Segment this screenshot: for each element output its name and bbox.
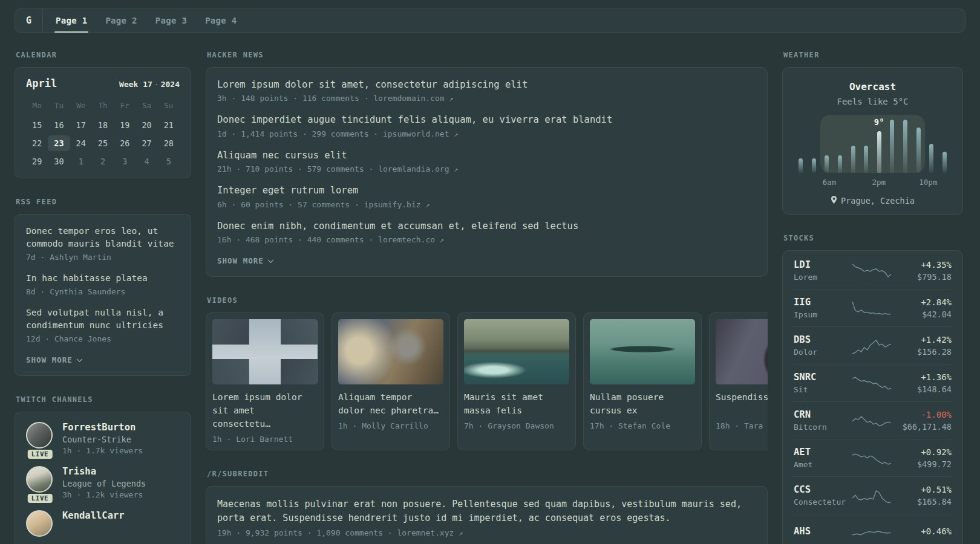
channel-game: League of Legends <box>62 479 146 488</box>
weather-widget: Overcast Feels like 5°C 9° 6am2pm10pm Pr… <box>782 67 963 215</box>
twitch-channel-row[interactable]: LIVE Trisha League of Legends 3h · 1.2k … <box>26 466 180 499</box>
rss-item-title[interactable]: Donec tempor eros leo, ut commodo mauris… <box>26 225 180 250</box>
calendar-weekday: Tu <box>48 98 70 115</box>
stock-symbol: SNRC <box>794 372 852 383</box>
stock-row[interactable]: DBSDolor +1.42%$156.28 <box>792 326 953 364</box>
video-title[interactable]: Aliquam tempor dolor nec pharetra… <box>338 391 443 418</box>
stocks-widget: LDILorem +4.35%$795.18 IIGIpsum +2.84%$4… <box>782 250 963 544</box>
calendar-day: 3 <box>114 154 136 169</box>
hn-item-title[interactable]: Aliquam nec cursus elit <box>217 149 756 162</box>
channel-name[interactable]: ForrestBurton <box>62 422 143 433</box>
app-logo[interactable]: G <box>15 9 43 32</box>
hn-item-domain-link[interactable]: loremlandia.org ↗ <box>378 164 458 173</box>
calendar-day: 1 <box>70 154 92 169</box>
channel-avatar[interactable]: LIVE <box>26 466 54 499</box>
weather-location: Prague, Czechia <box>792 196 953 206</box>
stock-row[interactable]: SNRCSit +1.36%$148.64 <box>792 364 953 401</box>
hn-item-title[interactable]: Donec enim nibh, condimentum et accumsan… <box>217 219 756 233</box>
rss-item: Donec tempor eros leo, ut commodo mauris… <box>26 225 180 262</box>
stock-sparkline <box>852 372 892 394</box>
tab-page-2[interactable]: Page 2 <box>96 9 146 32</box>
subreddit-domain-link[interactable]: loremnet.xyz ↗ <box>397 528 463 537</box>
subreddit-widget: Maecenas mollis pulvinar erat non posuer… <box>206 486 768 544</box>
video-meta: 18h · Tara <box>716 421 768 430</box>
stock-name: Ipsum <box>794 310 852 319</box>
hn-item-meta: 16h · 468 points · 440 comments · loremt… <box>217 235 756 244</box>
external-link-icon: ↗ <box>449 94 454 103</box>
rss-section: RSS FEED Donec tempor eros leo, ut commo… <box>15 198 191 376</box>
video-thumbnail[interactable] <box>716 319 768 384</box>
stock-symbol: AHS <box>794 526 852 537</box>
calendar-day: 29 <box>26 154 48 169</box>
hn-item-domain-link[interactable]: ipsumworld.net ↗ <box>383 129 459 138</box>
calendar-widget: April Week 17·2024 MoTuWeThFrSaSu1516171… <box>15 67 191 178</box>
video-card: Nullam posuere cursus ex 17h · Stefan Co… <box>583 312 702 450</box>
video-card: Lorem ipsum dolor sit amet consectetu… 1… <box>206 312 324 450</box>
channel-avatar[interactable] <box>26 510 54 537</box>
stock-change: +1.36% <box>892 372 952 382</box>
stock-row[interactable]: AHS +0.46% <box>792 514 953 544</box>
subreddit-post-text[interactable]: Maecenas mollis pulvinar erat non posuer… <box>217 497 756 526</box>
weather-bar <box>903 115 907 173</box>
weather-time-label: 10pm <box>919 178 937 187</box>
rss-show-more-button[interactable]: SHOW MORE <box>26 355 83 364</box>
channel-meta: 3h · 1.2k viewers <box>62 490 146 499</box>
videos-section-title: VIDEOS <box>207 296 768 305</box>
external-link-icon: ↗ <box>459 529 463 537</box>
hn-item-domain-link[interactable]: ipsumify.biz ↗ <box>364 200 430 209</box>
hn-item-meta: 3h · 148 points · 116 comments · loremdo… <box>217 94 756 103</box>
hn-item-domain-link[interactable]: loremdomain.com ↗ <box>373 94 453 103</box>
stock-name: Bitcorn <box>794 423 852 432</box>
weather-bar <box>942 115 947 173</box>
hn-item-domain-link[interactable]: loremtech.co ↗ <box>378 235 444 244</box>
tab-page-3[interactable]: Page 3 <box>146 9 196 32</box>
stock-symbol: CCS <box>794 484 852 495</box>
video-thumbnail[interactable] <box>590 319 695 384</box>
calendar-section: CALENDAR April Week 17·2024 MoTuWeThFrSa… <box>15 51 191 178</box>
channel-avatar[interactable]: LIVE <box>26 422 54 455</box>
calendar-week-label: Week 17·2024 <box>119 80 180 89</box>
hn-item-title[interactable]: Lorem ipsum dolor sit amet, consectetur … <box>217 78 756 91</box>
chevron-down-icon <box>76 355 83 364</box>
stock-row[interactable]: CRNBitcorn -1.00%$66,171.48 <box>792 401 953 439</box>
channel-name[interactable]: Trisha <box>62 466 146 477</box>
tab-page-4[interactable]: Page 4 <box>196 9 246 32</box>
rss-item-meta: 12d · Chance Jones <box>26 334 180 343</box>
twitch-channel-row[interactable]: KendallCarr <box>26 510 180 537</box>
twitch-channel-row[interactable]: LIVE ForrestBurton Counter-Strike 1h · 1… <box>26 422 180 455</box>
stock-change: -1.00% <box>892 410 952 419</box>
stock-row[interactable]: CCSConsectetur +0.51%$165.84 <box>792 476 953 514</box>
hn-item-title[interactable]: Integer eget rutrum lorem <box>217 184 756 197</box>
calendar-day: 4 <box>136 154 157 169</box>
video-thumbnail[interactable] <box>212 319 318 384</box>
hn-show-more-button[interactable]: SHOW MORE <box>217 256 274 265</box>
calendar-day: 30 <box>48 154 70 169</box>
stock-row[interactable]: IIGIpsum +2.84%$42.04 <box>792 289 953 326</box>
rss-item: Sed volutpat nulla nisl, a condimentum n… <box>26 306 180 343</box>
hn-item: Lorem ipsum dolor sit amet, consectetur … <box>217 78 756 103</box>
video-title[interactable]: Lorem ipsum dolor sit amet consectetu… <box>212 391 318 430</box>
stock-symbol: LDI <box>794 259 852 270</box>
video-thumbnail[interactable] <box>464 319 569 384</box>
hn-item-title[interactable]: Donec imperdiet augue tincidunt felis al… <box>217 113 756 126</box>
stock-row[interactable]: LDILorem +4.35%$795.18 <box>792 252 953 289</box>
stock-change: +4.35% <box>892 260 952 270</box>
channel-name[interactable]: KendallCarr <box>62 510 125 521</box>
calendar-day: 20 <box>136 117 157 133</box>
twitch-widget: LIVE ForrestBurton Counter-Strike 1h · 1… <box>15 412 191 544</box>
calendar-month: April <box>26 77 57 89</box>
calendar-day: 2 <box>92 154 114 169</box>
video-title[interactable]: Mauris sit amet massa felis <box>464 391 569 418</box>
video-title[interactable]: Suspendisse diam <box>716 391 768 418</box>
video-card: Aliquam tempor dolor nec pharetra… 1h · … <box>332 312 450 450</box>
video-title[interactable]: Nullam posuere cursus ex <box>590 391 695 418</box>
calendar-day: 18 <box>92 117 114 133</box>
video-card: Mauris sit amet massa felis 7h · Grayson… <box>457 312 576 450</box>
rss-item-title[interactable]: Sed volutpat nulla nisl, a condimentum n… <box>26 306 180 332</box>
video-thumbnail[interactable] <box>338 319 443 384</box>
hacker-news-widget: Lorem ipsum dolor sit amet, consectetur … <box>206 67 768 277</box>
weather-bar <box>864 115 868 173</box>
rss-item-title[interactable]: In hac habitasse platea <box>26 272 180 285</box>
stock-row[interactable]: AETAmet +0.92%$499.72 <box>792 439 953 476</box>
tab-page-1[interactable]: Page 1 <box>47 9 96 32</box>
